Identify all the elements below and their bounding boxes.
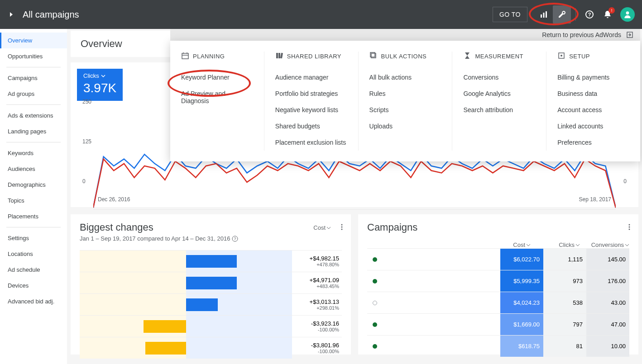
sort-label: Cost xyxy=(313,224,326,231)
sidebar-item[interactable]: Overview xyxy=(0,33,67,48)
tools-menu-item[interactable]: Conversions xyxy=(463,69,535,85)
status-dot xyxy=(373,322,377,327)
tools-menu-item[interactable]: Shared budgets xyxy=(275,118,347,134)
tools-column: SHARED LIBRARYAudience managerPortfolio … xyxy=(264,52,359,151)
tools-menu-item[interactable]: Uploads xyxy=(369,118,441,134)
calendar-icon xyxy=(181,52,189,61)
y-tick: 125 xyxy=(82,138,91,145)
svg-rect-20 xyxy=(276,53,278,58)
avatar[interactable] xyxy=(620,7,635,22)
table-row[interactable]: +$3,013.13+298.01% xyxy=(80,293,342,315)
change-bar xyxy=(186,298,218,311)
table-row[interactable]: $1,669.0079747.00 xyxy=(367,313,629,335)
expand-nav-button[interactable] xyxy=(7,9,15,20)
svg-text:?: ? xyxy=(588,12,591,17)
column-header[interactable]: Conversions xyxy=(586,241,629,248)
sidebar-item[interactable]: Audiences xyxy=(0,161,67,177)
change-bar xyxy=(186,277,237,289)
tools-menu-item[interactable]: Google Analytics xyxy=(463,85,535,102)
tools-menu-item[interactable]: Search attribution xyxy=(463,102,535,118)
column-header[interactable]: Cost xyxy=(488,241,531,248)
sidebar-item[interactable]: Ads & extensions xyxy=(0,108,67,123)
notifications-icon[interactable]: ! xyxy=(599,5,617,24)
cell-conversions: 10.00 xyxy=(586,336,629,357)
biggest-changes-card: Biggest changes Jan 1 – Sep 19, 2017 com… xyxy=(71,214,351,355)
tools-menu-item[interactable]: Ad Preview and Diagnosis xyxy=(181,85,253,109)
cell-cost: $4,024.23 xyxy=(500,292,543,313)
setup-icon xyxy=(557,52,565,61)
cell-clicks: 81 xyxy=(543,336,586,357)
tools-column: MEASUREMENTConversionsGoogle AnalyticsSe… xyxy=(452,52,546,151)
sidebar-item[interactable]: Settings xyxy=(0,230,67,246)
metric-label: Clicks xyxy=(83,72,99,79)
card-menu-icon[interactable] xyxy=(626,223,633,232)
tools-strip: Return to previous AdWords xyxy=(170,29,640,41)
table-row[interactable]: -$3,923.16-100.00% xyxy=(80,315,342,337)
change-value: +$3,013.13 xyxy=(292,298,339,305)
sidebar-item[interactable]: Ad groups xyxy=(0,86,67,102)
reports-icon[interactable] xyxy=(535,5,553,24)
help-icon[interactable]: ? xyxy=(580,5,599,24)
table-row[interactable]: $4,024.2353843.00 xyxy=(367,292,629,313)
sort-dropdown[interactable]: Cost xyxy=(313,224,331,231)
tools-menu-item[interactable]: Preferences xyxy=(557,134,629,151)
goto-button[interactable]: GO TO xyxy=(493,7,527,22)
change-pct: +478.80% xyxy=(292,262,339,267)
sidebar-item[interactable]: Advanced bid adj. xyxy=(0,293,67,309)
tools-menu-item[interactable]: Keyword Planner xyxy=(181,69,253,85)
change-bar xyxy=(186,255,237,268)
status-dot xyxy=(373,279,377,284)
tools-menu-item[interactable]: Billing & payments xyxy=(557,69,629,85)
tools-menu-item[interactable]: Account access xyxy=(557,102,629,118)
svg-point-12 xyxy=(629,224,630,226)
tools-column-header: BULK ACTIONS xyxy=(369,52,441,61)
cell-clicks: 797 xyxy=(543,314,586,335)
tools-menu-item[interactable]: Audience manager xyxy=(275,69,347,85)
tools-menu-item[interactable]: Negative keyword lists xyxy=(275,102,347,118)
sidebar-item[interactable]: Devices xyxy=(0,278,67,293)
tools-icon[interactable] xyxy=(553,5,571,24)
bulk-icon xyxy=(369,52,378,61)
tools-menu-item[interactable]: All bulk actions xyxy=(369,69,441,85)
cell-cost: $5,999.35 xyxy=(500,270,543,292)
svg-rect-0 xyxy=(541,14,542,18)
divider xyxy=(6,227,61,227)
sidebar-item[interactable]: Campaigns xyxy=(0,70,67,86)
info-icon[interactable]: ? xyxy=(232,236,238,242)
column-header[interactable]: Clicks xyxy=(537,241,580,248)
tools-column: PLANNINGKeyword PlannerAd Preview and Di… xyxy=(170,52,264,151)
sidebar-item[interactable]: Demographics xyxy=(0,177,67,193)
tools-menu-item[interactable]: Scripts xyxy=(369,102,441,118)
sidebar-item[interactable]: Ad schedule xyxy=(0,262,67,278)
sidebar-item[interactable]: Placements xyxy=(0,208,67,224)
return-link[interactable]: Return to previous AdWords xyxy=(542,31,621,38)
cell-cost: $1,669.00 xyxy=(500,314,543,335)
table-row[interactable]: +$4,982.15+478.80% xyxy=(80,250,342,272)
tools-menu-item[interactable]: Rules xyxy=(369,85,441,102)
metric-value: 3.97K xyxy=(83,81,116,95)
cell-clicks: 973 xyxy=(543,270,586,292)
y-tick: 0 xyxy=(82,178,86,184)
sidebar-item[interactable]: Locations xyxy=(0,246,67,262)
card-menu-icon[interactable] xyxy=(338,223,345,232)
sidebar-item[interactable]: Landing pages xyxy=(0,123,67,139)
tools-menu-item[interactable]: Business data xyxy=(557,85,629,102)
change-value: +$4,982.15 xyxy=(292,255,339,262)
table-row[interactable]: +$4,971.09+483.45% xyxy=(80,272,342,293)
sidebar-item[interactable]: Opportunities xyxy=(0,48,67,64)
change-value: -$3,801.96 xyxy=(292,342,339,349)
svg-rect-1 xyxy=(543,13,545,18)
change-pct: +483.45% xyxy=(292,284,339,289)
sidebar-item[interactable]: Keywords xyxy=(0,145,67,161)
change-pct: -100.00% xyxy=(292,349,339,354)
tools-menu-item[interactable]: Linked accounts xyxy=(557,118,629,134)
table-row[interactable]: -$3,801.96-100.00% xyxy=(80,337,342,359)
tools-menu-item[interactable]: Portfolio bid strategies xyxy=(275,85,347,102)
tools-menu-item[interactable]: Placement exclusion lists xyxy=(275,134,347,151)
table-row[interactable]: $618.758110.00 xyxy=(367,335,629,357)
top-bar: All campaigns GO TO ? ! xyxy=(0,0,642,29)
sidebar-item[interactable]: Topics xyxy=(0,193,67,208)
table-row[interactable]: $6,022.701,115145.00 xyxy=(367,248,629,270)
y-tick: 250 xyxy=(82,99,91,105)
table-row[interactable]: $5,999.35973176.00 xyxy=(367,270,629,292)
